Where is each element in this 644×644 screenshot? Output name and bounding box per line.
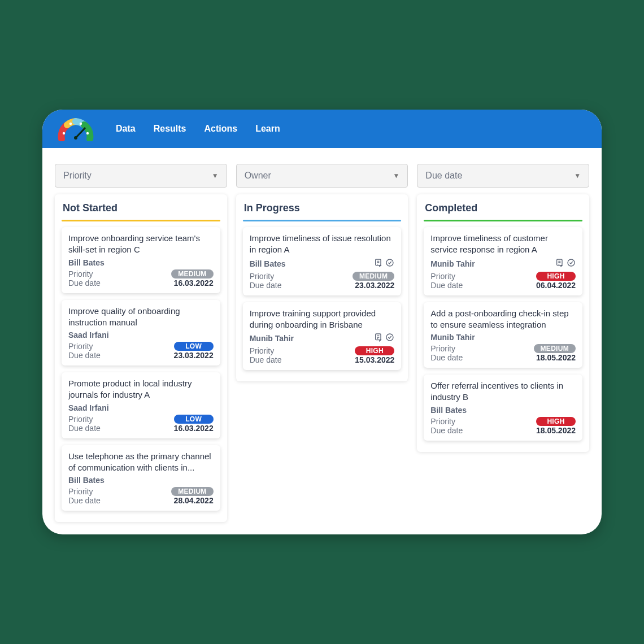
task-card[interactable]: Add a post-onboarding check-in step to e… xyxy=(424,302,582,368)
due-date-label: Due date xyxy=(250,281,282,290)
svg-point-3 xyxy=(86,132,89,134)
due-date-label: Due date xyxy=(68,496,101,505)
task-owner: Bill Bates xyxy=(250,259,286,268)
priority-badge: HIGH xyxy=(355,346,394,355)
column-rule xyxy=(62,220,220,221)
column-title: Completed xyxy=(424,201,582,220)
task-owner: Saad Irfani xyxy=(68,403,109,412)
priority-badge: LOW xyxy=(174,415,214,424)
note-icon xyxy=(555,258,564,269)
due-date-value: 23.03.2022 xyxy=(355,281,394,290)
column-rule xyxy=(243,220,402,221)
priority-label: Priority xyxy=(430,344,455,353)
task-card[interactable]: Improve timeliness of customer service r… xyxy=(424,227,582,295)
filter-label: Owner xyxy=(245,171,271,181)
app-frame: Data Results Actions Learn Priority ▼ Ow… xyxy=(42,110,602,534)
due-date-value: 28.04.2022 xyxy=(174,496,214,505)
column-title: In Progress xyxy=(243,201,402,220)
task-owner: Bill Bates xyxy=(68,258,105,267)
priority-badge: MEDIUM xyxy=(353,272,394,281)
chevron-down-icon: ▼ xyxy=(212,172,219,180)
chevron-down-icon: ▼ xyxy=(574,172,581,180)
svg-line-4 xyxy=(76,128,85,138)
priority-badge: LOW xyxy=(174,342,214,351)
task-title: Offer referral incentives to clients in … xyxy=(430,380,576,403)
task-title: Improve quality of onboarding instructio… xyxy=(68,306,214,329)
priority-label: Priority xyxy=(68,342,93,351)
priority-label: Priority xyxy=(68,269,93,279)
svg-point-0 xyxy=(63,132,65,134)
task-status-icons xyxy=(374,333,394,344)
due-date-value: 16.03.2022 xyxy=(174,424,214,433)
column-rule xyxy=(424,220,582,221)
task-title: Improve training support provided during… xyxy=(250,308,395,331)
priority-label: Priority xyxy=(430,272,455,281)
priority-label: Priority xyxy=(250,272,275,281)
task-card[interactable]: Improve onboarding service team's skill-… xyxy=(62,227,220,293)
due-date-label: Due date xyxy=(68,351,101,360)
nav-item-actions[interactable]: Actions xyxy=(204,124,237,134)
svg-rect-10 xyxy=(557,259,562,266)
task-status-icons xyxy=(555,258,576,269)
task-card[interactable]: Promote product in local industry journa… xyxy=(62,372,220,438)
filter-label: Priority xyxy=(63,171,92,181)
task-title: Use telephone as the primary channel of … xyxy=(68,451,214,474)
due-date-label: Due date xyxy=(430,426,463,435)
due-date-label: Due date xyxy=(68,424,101,433)
filter-bar: Priority ▼ Owner ▼ Due date ▼ xyxy=(42,148,602,194)
priority-badge: HIGH xyxy=(536,417,576,426)
task-card[interactable]: Use telephone as the primary channel of … xyxy=(62,445,220,511)
task-title: Promote product in local industry journa… xyxy=(68,378,214,401)
navbar: Data Results Actions Learn xyxy=(42,110,602,148)
kanban-column: In Progress Improve timeliness of issue … xyxy=(236,194,408,381)
svg-point-11 xyxy=(568,259,575,266)
filter-owner[interactable]: Owner ▼ xyxy=(236,164,408,188)
due-date-label: Due date xyxy=(430,353,463,362)
priority-label: Priority xyxy=(68,487,93,496)
task-owner: Bill Bates xyxy=(430,406,467,415)
nav-item-data[interactable]: Data xyxy=(116,124,136,134)
task-title: Improve onboarding service team's skill-… xyxy=(68,233,214,256)
check-circle-icon xyxy=(567,258,576,269)
check-circle-icon xyxy=(385,258,394,269)
task-card[interactable]: Improve timeliness of issue resolution i… xyxy=(243,227,402,295)
svg-point-1 xyxy=(69,123,72,125)
kanban-column: Not Started Improve onboarding service t… xyxy=(55,194,227,522)
due-date-value: 18.05.2022 xyxy=(536,353,576,362)
due-date-value: 23.03.2022 xyxy=(174,351,214,360)
task-card[interactable]: Offer referral incentives to clients in … xyxy=(424,375,582,441)
priority-badge: HIGH xyxy=(536,272,576,281)
filter-due-date[interactable]: Due date ▼ xyxy=(417,164,589,188)
task-owner: Munib Tahir xyxy=(250,334,294,343)
task-card[interactable]: Improve training support provided during… xyxy=(243,302,402,371)
priority-badge: MEDIUM xyxy=(534,344,576,353)
due-date-label: Due date xyxy=(250,355,282,364)
svg-point-9 xyxy=(386,334,393,341)
task-owner: Bill Bates xyxy=(68,476,105,485)
nav-item-results[interactable]: Results xyxy=(154,124,186,134)
svg-point-5 xyxy=(74,136,77,140)
check-circle-icon xyxy=(385,333,394,344)
task-card[interactable]: Improve quality of onboarding instructio… xyxy=(62,300,220,366)
task-owner: Munib Tahir xyxy=(430,333,475,342)
svg-point-2 xyxy=(80,123,82,125)
svg-point-7 xyxy=(386,259,393,266)
note-icon xyxy=(374,258,383,269)
column-title: Not Started xyxy=(62,201,220,220)
task-title: Improve timeliness of customer service r… xyxy=(430,233,576,256)
note-icon xyxy=(374,333,383,344)
due-date-value: 16.03.2022 xyxy=(174,279,214,288)
nav-item-learn[interactable]: Learn xyxy=(255,124,280,134)
due-date-label: Due date xyxy=(430,281,463,290)
task-title: Improve timeliness of issue resolution i… xyxy=(250,233,395,256)
task-title: Add a post-onboarding check-in step to e… xyxy=(430,308,576,331)
priority-label: Priority xyxy=(430,417,455,426)
kanban-column: Completed Improve timeliness of customer… xyxy=(417,194,589,452)
filter-label: Due date xyxy=(425,171,462,181)
due-date-value: 18.05.2022 xyxy=(536,426,576,435)
priority-label: Priority xyxy=(68,415,93,424)
kanban-board: Not Started Improve onboarding service t… xyxy=(42,194,602,528)
priority-badge: MEDIUM xyxy=(171,487,213,496)
due-date-label: Due date xyxy=(68,279,101,288)
filter-priority[interactable]: Priority ▼ xyxy=(55,164,227,188)
